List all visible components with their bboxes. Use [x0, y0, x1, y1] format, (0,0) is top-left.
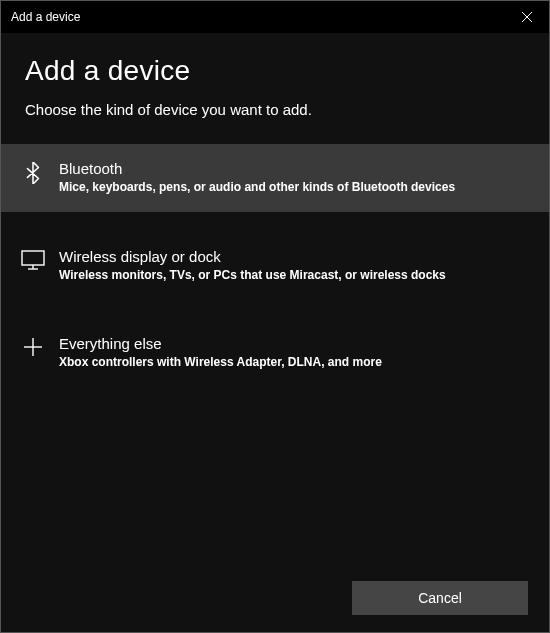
monitor-icon: [19, 250, 47, 270]
close-icon: [522, 12, 532, 22]
option-text: Wireless display or dock Wireless monito…: [59, 248, 525, 284]
option-title: Wireless display or dock: [59, 248, 525, 265]
option-title: Everything else: [59, 335, 525, 352]
option-wireless-display[interactable]: Wireless display or dock Wireless monito…: [1, 232, 549, 300]
option-everything-else[interactable]: Everything else Xbox controllers with Wi…: [1, 319, 549, 387]
page-title: Add a device: [25, 55, 525, 87]
option-text: Everything else Xbox controllers with Wi…: [59, 335, 525, 371]
window-title: Add a device: [11, 10, 80, 24]
footer: Cancel: [352, 581, 528, 615]
cancel-button[interactable]: Cancel: [352, 581, 528, 615]
option-desc: Wireless monitors, TVs, or PCs that use …: [59, 268, 525, 284]
header: Add a device Choose the kind of device y…: [1, 33, 549, 128]
titlebar: Add a device: [1, 1, 549, 33]
option-desc: Mice, keyboards, pens, or audio and othe…: [59, 180, 525, 196]
option-bluetooth[interactable]: Bluetooth Mice, keyboards, pens, or audi…: [1, 144, 549, 212]
plus-icon: [19, 337, 47, 357]
close-button[interactable]: [504, 1, 549, 33]
bluetooth-icon: [19, 162, 47, 184]
option-text: Bluetooth Mice, keyboards, pens, or audi…: [59, 160, 525, 196]
option-title: Bluetooth: [59, 160, 525, 177]
page-subtitle: Choose the kind of device you want to ad…: [25, 101, 525, 118]
device-options: Bluetooth Mice, keyboards, pens, or audi…: [1, 144, 549, 387]
option-desc: Xbox controllers with Wireless Adapter, …: [59, 355, 525, 371]
svg-rect-2: [22, 251, 44, 265]
